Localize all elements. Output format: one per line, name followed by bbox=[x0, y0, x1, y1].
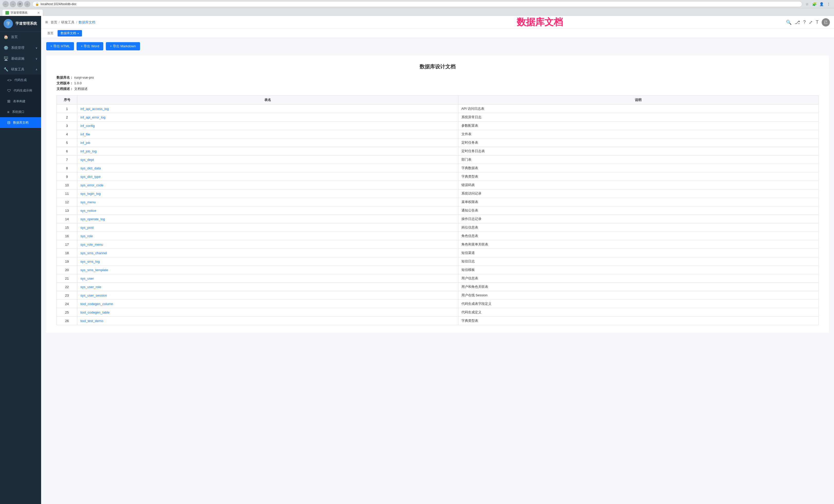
table-link[interactable]: inf_api_access_log bbox=[81, 107, 109, 111]
sidebar-item-db-doc[interactable]: ⊟ 数据库文档 bbox=[0, 117, 41, 128]
content-area: + 导出 HTML + 导出 Word + 导出 Markdown 数据库设计文… bbox=[41, 38, 834, 504]
table-row: 16 sys_role 角色信息表 bbox=[57, 232, 818, 240]
table-link[interactable]: sys_operate_log bbox=[81, 217, 105, 221]
table-link[interactable]: sys_post bbox=[81, 226, 93, 229]
table-link[interactable]: sys_error_code bbox=[81, 183, 104, 187]
cell-name[interactable]: sys_dept bbox=[77, 155, 458, 164]
cell-name[interactable]: sys_sms_channel bbox=[77, 249, 458, 257]
cell-id: 10 bbox=[57, 181, 77, 190]
github-icon-button[interactable]: ⎇ bbox=[795, 20, 800, 25]
table-link[interactable]: sys_role_menu bbox=[81, 243, 103, 246]
cell-name[interactable]: sys_user bbox=[77, 274, 458, 283]
cell-name[interactable]: sys_dict_data bbox=[77, 164, 458, 172]
table-link[interactable]: tool_codegen_column bbox=[81, 302, 113, 306]
profile-button[interactable]: 👤 bbox=[818, 1, 824, 7]
table-link[interactable]: sys_role bbox=[81, 234, 93, 238]
cell-name[interactable]: inf_job_log bbox=[77, 147, 458, 155]
table-row: 25 tool_codegen_table 代码生成定义 bbox=[57, 308, 818, 316]
forward-button[interactable]: → bbox=[10, 1, 16, 7]
menu-toggle-button[interactable]: ≡ bbox=[45, 20, 48, 25]
tab-db-doc[interactable]: 数据库文档 × bbox=[58, 30, 82, 37]
more-button[interactable]: ⋮ bbox=[826, 1, 831, 7]
search-icon-button[interactable]: 🔍 bbox=[786, 20, 792, 25]
sidebar-menu: 🏠 首页 ⚙️ 系统管理 ∨ 🖥️ 基础设施 ∨ 🔧 研发工具 ∧ <> bbox=[0, 31, 41, 504]
back-button[interactable]: ← bbox=[3, 1, 9, 7]
cell-name[interactable]: inf_job bbox=[77, 138, 458, 147]
cell-name[interactable]: sys_user_role bbox=[77, 283, 458, 291]
cell-name[interactable]: sys_sms_template bbox=[77, 266, 458, 274]
cell-name[interactable]: inf_config bbox=[77, 122, 458, 130]
cell-name[interactable]: sys_menu bbox=[77, 198, 458, 206]
sidebar-item-codegen-example[interactable]: 🛡 代码生成示例 bbox=[0, 85, 41, 96]
cell-name[interactable]: sys_error_code bbox=[77, 181, 458, 190]
tab-close-icon[interactable]: ✕ bbox=[37, 11, 40, 15]
sidebar-item-devtools[interactable]: 🔧 研发工具 ∧ bbox=[0, 64, 41, 75]
table-link[interactable]: inf_config bbox=[81, 124, 95, 128]
table-link[interactable]: sys_user bbox=[81, 277, 94, 280]
table-link[interactable]: inf_api_error_log bbox=[81, 115, 106, 119]
breadcrumb-devtools[interactable]: 研发工具 bbox=[61, 20, 74, 25]
home-nav-button[interactable]: ⌂ bbox=[24, 1, 30, 7]
export-word-button[interactable]: + 导出 Word bbox=[76, 42, 103, 50]
bookmark-button[interactable]: ☆ bbox=[804, 1, 810, 7]
table-link[interactable]: inf_file bbox=[81, 132, 90, 136]
cell-name[interactable]: tool_codegen_table bbox=[77, 308, 458, 316]
table-link[interactable]: inf_job_log bbox=[81, 149, 96, 153]
cell-name[interactable]: sys_login_log bbox=[77, 190, 458, 198]
table-link[interactable]: tool_test_demo bbox=[81, 319, 103, 323]
cell-name[interactable]: inf_file bbox=[77, 130, 458, 138]
cell-name[interactable]: sys_post bbox=[77, 223, 458, 232]
cell-name[interactable]: sys_role bbox=[77, 232, 458, 240]
breadcrumb-home[interactable]: 首页 bbox=[51, 20, 57, 25]
table-link[interactable]: sys_dept bbox=[81, 158, 94, 162]
tab-db-doc-close[interactable]: × bbox=[77, 32, 79, 35]
sidebar-item-infra[interactable]: 🖥️ 基础设施 ∨ bbox=[0, 53, 41, 64]
table-link[interactable]: sys_dict_data bbox=[81, 166, 101, 170]
help-icon-button[interactable]: ? bbox=[803, 20, 806, 25]
sidebar-item-system-api[interactable]: ≡ 系统接口 bbox=[0, 107, 41, 117]
table-link[interactable]: sys_sms_channel bbox=[81, 251, 107, 255]
cell-name[interactable]: sys_user_session bbox=[77, 291, 458, 300]
tab-home[interactable]: 首页 bbox=[44, 30, 57, 37]
cell-name[interactable]: sys_notice bbox=[77, 206, 458, 215]
sidebar-item-codegen[interactable]: <> 代码生成 bbox=[0, 75, 41, 85]
cell-name[interactable]: inf_api_error_log bbox=[77, 113, 458, 122]
cell-desc: 用户信息表 bbox=[458, 274, 818, 283]
cell-id: 19 bbox=[57, 257, 77, 266]
export-markdown-button[interactable]: + 导出 Markdown bbox=[106, 42, 140, 50]
cell-name[interactable]: inf_api_access_log bbox=[77, 105, 458, 113]
cell-name[interactable]: tool_codegen_column bbox=[77, 300, 458, 308]
cell-name[interactable]: sys_dict_type bbox=[77, 172, 458, 181]
cell-id: 1 bbox=[57, 105, 77, 113]
reload-button[interactable]: ⟳ bbox=[17, 1, 23, 7]
table-link[interactable]: sys_dict_type bbox=[81, 175, 101, 179]
tab-label: 字道管理系统 bbox=[10, 11, 27, 15]
sidebar-codegen-example-label: 代码生成示例 bbox=[14, 88, 32, 93]
extensions-button[interactable]: 🧩 bbox=[811, 1, 817, 7]
table-row: 13 sys_notice 通知公告表 bbox=[57, 206, 818, 215]
table-link[interactable]: sys_notice bbox=[81, 209, 96, 213]
table-link[interactable]: sys_user_role bbox=[81, 285, 101, 289]
table-link[interactable]: sys_menu bbox=[81, 200, 95, 204]
cell-name[interactable]: sys_role_menu bbox=[77, 240, 458, 249]
table-link[interactable]: inf_job bbox=[81, 141, 90, 145]
table-link[interactable]: sys_sms_template bbox=[81, 268, 108, 272]
font-icon-button[interactable]: T bbox=[816, 20, 818, 25]
cell-name[interactable]: tool_test_demo bbox=[77, 316, 458, 325]
browser-tab-active[interactable]: 字道管理系统 ✕ bbox=[2, 9, 43, 16]
table-link[interactable]: sys_sms_log bbox=[81, 260, 100, 263]
table-link[interactable]: tool_codegen_table bbox=[81, 310, 110, 314]
sidebar-item-home[interactable]: 🏠 首页 bbox=[0, 31, 41, 42]
table-link[interactable]: sys_user_session bbox=[81, 293, 107, 298]
table-link[interactable]: sys_login_log bbox=[81, 192, 101, 196]
address-bar[interactable]: 🔒 localhost:1024/tool/db-doc bbox=[32, 1, 802, 7]
fullscreen-icon-button[interactable]: ⤢ bbox=[809, 20, 813, 25]
cell-desc: 代码生成定义 bbox=[458, 308, 818, 316]
export-html-button[interactable]: + 导出 HTML bbox=[46, 42, 74, 50]
cell-name[interactable]: sys_sms_log bbox=[77, 257, 458, 266]
sidebar-item-form-build[interactable]: ⊞ 表单构建 bbox=[0, 96, 41, 107]
cell-name[interactable]: sys_operate_log bbox=[77, 215, 458, 223]
sidebar-item-system[interactable]: ⚙️ 系统管理 ∨ bbox=[0, 42, 41, 53]
avatar[interactable]: 已 bbox=[822, 18, 830, 26]
cell-desc: 系统异常日志 bbox=[458, 113, 818, 122]
